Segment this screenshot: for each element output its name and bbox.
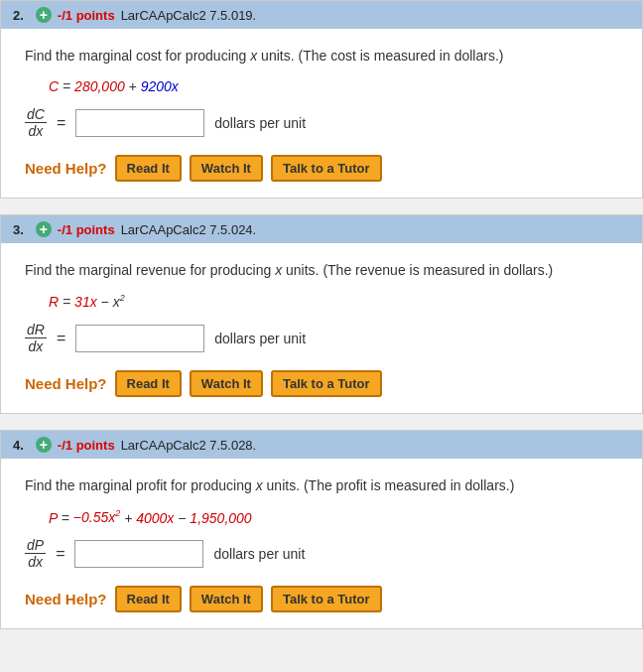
problem-code-4: LarCAApCalc2 7.5.028.	[121, 438, 257, 453]
derivative-num-3: dR	[25, 322, 47, 338]
talk-to-tutor-button-4[interactable]: Talk to a Tutor	[271, 586, 382, 612]
problem-2-answer-row: dC dx = dollars per unit	[25, 106, 618, 139]
units-label-4: dollars per unit	[213, 546, 305, 562]
derivative-fraction-2: dC dx	[25, 106, 47, 139]
need-help-row-4: Need Help? Read It Watch It Talk to a Tu…	[25, 586, 618, 612]
problem-number-4: 4.	[13, 438, 24, 453]
problem-number-2: 2.	[13, 8, 24, 23]
problem-3-body: Find the marginal revenue for producing …	[1, 243, 642, 413]
answer-input-2[interactable]	[75, 109, 204, 137]
points-badge-3: -/1 points	[58, 222, 115, 237]
units-label-2: dollars per unit	[214, 115, 306, 131]
problem-4-question: Find the marginal profit for producing x…	[25, 474, 618, 496]
problem-3-answer-row: dR dx = dollars per unit	[25, 322, 618, 354]
points-badge: -/1 points	[58, 8, 115, 23]
problem-4-answer-row: dP dx = dollars per unit	[25, 537, 618, 570]
equals-4: =	[56, 545, 64, 563]
watch-it-button-3[interactable]: Watch It	[190, 370, 263, 397]
problem-4-body: Find the marginal profit for producing x…	[1, 459, 642, 628]
expand-icon-3[interactable]: +	[36, 221, 52, 237]
read-it-button-2[interactable]: Read It	[115, 155, 182, 182]
derivative-den-2: dx	[27, 123, 46, 139]
expand-icon[interactable]: +	[36, 7, 52, 23]
derivative-num-4: dP	[25, 537, 46, 554]
talk-to-tutor-button-3[interactable]: Talk to a Tutor	[271, 370, 382, 397]
read-it-button-4[interactable]: Read It	[115, 586, 182, 612]
problem-4-header: 4. + -/1 points LarCAApCalc2 7.5.028.	[1, 431, 642, 459]
problem-2-header: 2. + -/1 points LarCAApCalc2 7.5.019.	[1, 1, 642, 29]
read-it-button-3[interactable]: Read It	[115, 370, 182, 397]
watch-it-button-4[interactable]: Watch It	[190, 586, 263, 612]
equals-2: =	[57, 114, 65, 132]
answer-input-4[interactable]	[74, 540, 203, 568]
problem-code-3: LarCAApCalc2 7.5.024.	[121, 222, 257, 237]
derivative-den-3: dx	[27, 338, 46, 354]
talk-to-tutor-button-2[interactable]: Talk to a Tutor	[271, 155, 382, 182]
answer-input-3[interactable]	[75, 325, 204, 352]
problem-2-equation: C = 280,000 + 9200x	[49, 78, 618, 94]
points-badge-4: -/1 points	[58, 438, 115, 453]
derivative-fraction-4: dP dx	[25, 537, 46, 570]
need-help-label-3: Need Help?	[25, 375, 107, 392]
expand-icon-4[interactable]: +	[36, 437, 52, 453]
units-label-3: dollars per unit	[214, 331, 306, 346]
derivative-fraction-3: dR dx	[25, 322, 47, 354]
watch-it-button-2[interactable]: Watch It	[190, 155, 263, 182]
derivative-den-4: dx	[26, 554, 45, 570]
need-help-label-4: Need Help?	[25, 591, 107, 607]
problem-4-equation: P = −0.55x2 + 4000x − 1,950,000	[49, 509, 618, 526]
problem-4: 4. + -/1 points LarCAApCalc2 7.5.028. Fi…	[0, 430, 643, 629]
problem-2: 2. + -/1 points LarCAApCalc2 7.5.019. Fi…	[0, 0, 643, 199]
problem-3-question: Find the marginal revenue for producing …	[25, 259, 618, 281]
need-help-row-3: Need Help? Read It Watch It Talk to a Tu…	[25, 370, 618, 397]
problem-2-body: Find the marginal cost for producing x u…	[1, 29, 642, 198]
problem-number-3: 3.	[13, 222, 24, 237]
derivative-num-2: dC	[25, 106, 47, 123]
need-help-row-2: Need Help? Read It Watch It Talk to a Tu…	[25, 155, 618, 182]
problem-code: LarCAApCalc2 7.5.019.	[121, 8, 257, 23]
need-help-label-2: Need Help?	[25, 160, 107, 177]
problem-2-question: Find the marginal cost for producing x u…	[25, 45, 618, 67]
problem-3-equation: R = 31x − x2	[49, 294, 618, 311]
problem-3-header: 3. + -/1 points LarCAApCalc2 7.5.024.	[1, 215, 642, 243]
problem-3: 3. + -/1 points LarCAApCalc2 7.5.024. Fi…	[0, 214, 643, 414]
equals-3: =	[57, 330, 65, 347]
